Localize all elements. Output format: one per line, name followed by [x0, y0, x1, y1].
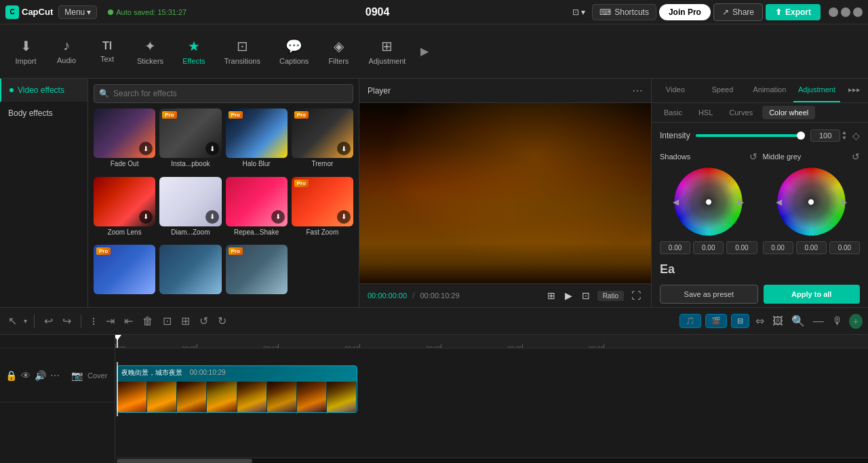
- video-preview: [359, 103, 651, 283]
- tab-adjustment[interactable]: ⊞ Adjustment: [359, 33, 415, 71]
- list-item[interactable]: Pro ⬇ Tremor: [292, 108, 353, 173]
- mic-button[interactable]: 🎙: [830, 313, 845, 329]
- video-clip[interactable]: 夜晚街景，城市夜景 00:00:10:29: [117, 365, 357, 413]
- split-left-button[interactable]: ⇥: [103, 312, 117, 330]
- zoom-in-button[interactable]: —: [811, 313, 826, 329]
- shadows-b-value: 0.00: [726, 241, 757, 254]
- freeze-button[interactable]: ⊞: [178, 312, 193, 330]
- tab-adjustment-right[interactable]: Adjustment: [793, 79, 841, 102]
- video-effects-indicator: [9, 88, 14, 92]
- thumbnail-button[interactable]: 🖼: [770, 313, 785, 329]
- keyframe-diamond-button[interactable]: ◇: [852, 130, 860, 141]
- track-eye-button[interactable]: 👁: [21, 370, 31, 381]
- redo-button[interactable]: ↪: [60, 312, 74, 330]
- tab-audio[interactable]: ♪ Audio: [46, 33, 87, 70]
- split-right-button[interactable]: ⇤: [121, 312, 136, 330]
- shortcuts-button[interactable]: ⌨ Shortcuts: [592, 4, 656, 20]
- list-item[interactable]: Pro: [94, 245, 155, 302]
- middle-grey-reset-button[interactable]: ↺: [852, 151, 860, 162]
- list-item[interactable]: ⬇ Zoom Lens: [94, 177, 155, 241]
- fullscreen-button[interactable]: ⛶: [629, 288, 643, 303]
- monitor-button[interactable]: ⊡ ▾: [568, 5, 589, 20]
- link-button[interactable]: ⇔: [753, 313, 766, 329]
- tab-captions[interactable]: 💬 Captions: [270, 33, 318, 71]
- join-pro-button[interactable]: Join Pro: [659, 4, 711, 20]
- playhead-head: [115, 335, 121, 340]
- select-tool-button[interactable]: ↖: [5, 312, 20, 330]
- track-audio-button[interactable]: 🔊: [35, 370, 46, 381]
- ruler-tick: 00:00: [115, 344, 116, 348]
- list-item[interactable]: ⬇ Repea...Shake: [226, 177, 288, 241]
- list-item[interactable]: Pro: [226, 245, 288, 302]
- tab-video[interactable]: Video: [652, 79, 699, 102]
- mask-button[interactable]: ⊡: [160, 312, 174, 330]
- tab-filters[interactable]: ◈ Filters: [318, 33, 359, 71]
- video-track-btn[interactable]: 🎬: [705, 314, 727, 328]
- middle-grey-color-wheel[interactable]: ◀▶: [776, 166, 847, 237]
- intensity-value-input[interactable]: [810, 129, 840, 142]
- track-more-button[interactable]: ⋯: [50, 370, 60, 381]
- tab-import[interactable]: ⬇ Import: [5, 33, 46, 71]
- undo-button[interactable]: ↩: [41, 312, 56, 330]
- search-input[interactable]: [94, 84, 353, 103]
- export-button[interactable]: ⬆ Export: [766, 4, 821, 20]
- intensity-slider[interactable]: [696, 134, 805, 137]
- grid-view-button[interactable]: ⊞: [545, 288, 557, 303]
- video-track: 夜晚街景，城市夜景 00:00:10:29: [115, 362, 868, 416]
- cover-icon[interactable]: 📷: [69, 368, 85, 383]
- ratio-button[interactable]: Ratio: [597, 291, 624, 301]
- player-menu-button[interactable]: ⋯: [632, 84, 643, 97]
- tab-transitions[interactable]: ⊡ Transitions: [215, 33, 270, 71]
- list-item[interactable]: ⬇ Diam...Zoom: [159, 177, 221, 241]
- save-as-preset-button[interactable]: Save as preset: [660, 285, 758, 304]
- split-button[interactable]: ⫶: [88, 313, 99, 330]
- shadows-reset-button[interactable]: ↺: [749, 151, 757, 162]
- add-track-button[interactable]: +: [849, 314, 863, 329]
- timeline-scrollbar[interactable]: [115, 458, 868, 463]
- color-tab-basic[interactable]: Basic: [657, 106, 689, 119]
- body-effects-category[interactable]: Body effects: [0, 102, 87, 125]
- track-lock-button[interactable]: 🔒: [5, 370, 17, 381]
- list-item[interactable]: Pro ⬇ Fast Zoom: [292, 177, 353, 241]
- zoom-out-button[interactable]: 🔍: [789, 313, 807, 329]
- list-item[interactable]: Pro ⬇ Insta...pbook: [159, 108, 221, 173]
- list-item[interactable]: ⬇ Fade Out: [94, 108, 155, 173]
- flip-button[interactable]: ↺: [197, 312, 211, 330]
- color-tab-wheel[interactable]: Color wheel: [762, 106, 815, 119]
- color-tab-hsl[interactable]: HSL: [692, 106, 719, 119]
- effects-grid: ⬇ Fade Out Pro ⬇ Insta...pbook Pro Halo …: [88, 108, 359, 307]
- tab-effects[interactable]: ★ Effects: [173, 33, 214, 71]
- tab-stickers[interactable]: ✦ Stickers: [127, 33, 173, 71]
- tab-text[interactable]: TI Text: [87, 35, 127, 68]
- scrollbar-thumb[interactable]: [117, 459, 252, 463]
- track-btn-3[interactable]: ⊟: [731, 314, 749, 328]
- video-effects-category[interactable]: Video effects: [0, 79, 87, 102]
- close-button[interactable]: [853, 7, 863, 17]
- menu-button[interactable]: Menu ▾: [58, 5, 97, 19]
- list-item[interactable]: [159, 245, 221, 302]
- tab-speed[interactable]: Speed: [699, 79, 747, 102]
- effect-thumbnail-halo-blur: Pro: [226, 108, 288, 158]
- rotate-button[interactable]: ↻: [215, 312, 229, 330]
- tab-more[interactable]: ▸▸▸: [840, 79, 868, 102]
- effect-label: Insta...pbook: [159, 158, 221, 169]
- list-item[interactable]: Pro Halo Blur: [226, 108, 288, 173]
- maximize-button[interactable]: [841, 7, 850, 17]
- minimize-button[interactable]: [829, 7, 838, 17]
- share-button[interactable]: ↗ Share: [713, 3, 763, 21]
- ruler-tick: 00:20: [441, 344, 441, 348]
- shadows-color-wheel[interactable]: ◀▶: [673, 166, 744, 237]
- expand-tabs-button[interactable]: ▶: [418, 42, 431, 60]
- screenshot-button[interactable]: ⊡: [580, 288, 592, 303]
- color-tab-curves[interactable]: Curves: [722, 106, 760, 119]
- shadows-rgb-values: 0.00 0.00 0.00: [660, 241, 757, 254]
- tl-right-btns: 🎵 🎬 ⊟ ⇔ 🖼 🔍 — 🎙 +: [679, 313, 863, 329]
- play-button[interactable]: ▶: [563, 288, 574, 303]
- delete-button[interactable]: 🗑: [140, 313, 156, 330]
- tab-animation[interactable]: Animation: [746, 79, 793, 102]
- pro-badge: Pro: [96, 247, 111, 255]
- right-panel: Video Speed Animation Adjustment ▸▸▸ Bas…: [651, 79, 868, 307]
- audio-track-btn[interactable]: 🎵: [679, 314, 701, 328]
- intensity-down-arrow[interactable]: ▼: [842, 136, 847, 141]
- apply-to-all-button[interactable]: Apply to all: [764, 285, 861, 304]
